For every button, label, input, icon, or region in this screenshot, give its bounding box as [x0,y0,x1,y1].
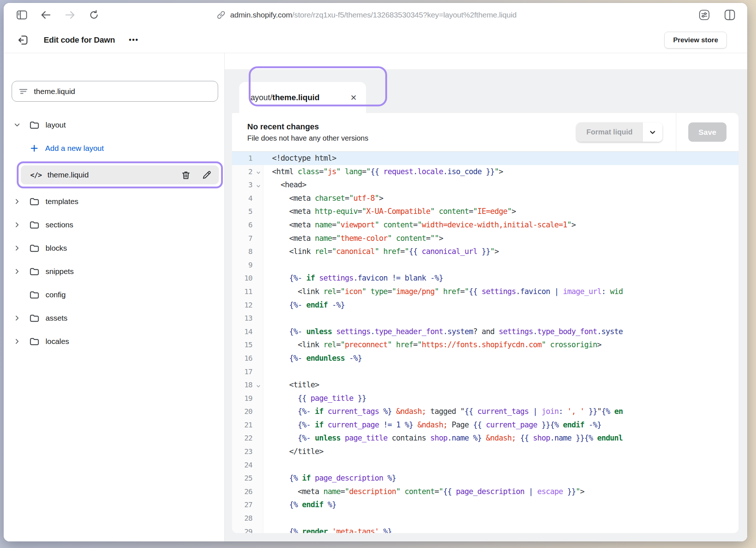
back-button-icon[interactable] [38,7,54,23]
code-line-13[interactable]: 13 [232,312,739,325]
fold-arrow-icon[interactable] [254,378,263,392]
code-text: {{ page_title }} [263,392,366,405]
code-text: {%- if current_tags %} &ndash; tagged "{… [263,405,623,418]
code-line-19[interactable]: 19 {{ page_title }} [232,392,739,405]
folder-icon [29,313,40,324]
folder-icon [29,243,40,254]
format-liquid-label[interactable]: Format liquid [576,122,642,142]
fold-spacer [254,498,263,512]
fold-arrow-icon[interactable] [254,178,263,192]
line-number: 18 [232,378,254,392]
search-input[interactable] [34,87,211,96]
code-line-9[interactable]: 9 [232,258,739,272]
exit-icon[interactable] [16,33,31,47]
code-line-16[interactable]: 16 {%- endunless -%} [232,352,739,365]
code-text: {% render 'meta-tags' %} [263,525,392,533]
fold-spacer [254,418,263,432]
code-line-14[interactable]: 14 {%- unless settings.type_header_font.… [232,325,739,338]
save-button[interactable]: Save [688,122,727,142]
pencil-icon[interactable] [202,170,212,180]
code-line-15[interactable]: 15 <link rel="preconnect" href="https://… [232,338,739,352]
line-number: 27 [232,498,254,512]
code-line-17[interactable]: 17 [232,365,739,379]
code-line-12[interactable]: 12 {%- endif -%} [232,298,739,312]
folder-label: snippets [46,267,74,276]
split-view-icon[interactable] [722,7,738,23]
folder-icon [29,290,40,300]
fold-spacer [254,325,263,338]
chevron-right-icon [13,267,21,275]
sidebar-toggle-icon[interactable] [14,7,30,23]
code-line-11[interactable]: 11 <link rel="icon" type="image/png" hre… [232,285,739,298]
folder-label: templates [46,197,78,206]
add-new-layout-button[interactable]: Add a new layout [4,137,224,160]
sidebar-item-sections[interactable]: sections [4,213,224,236]
format-liquid-button[interactable]: Format liquid [576,122,662,142]
fold-spacer [254,271,263,285]
url-host: admin.shopify.com [230,11,292,19]
fold-spacer [254,152,263,165]
address-bar[interactable]: admin.shopify.com/store/rzq1xu-f5/themes… [216,3,516,27]
file-search-box[interactable] [12,81,218,102]
code-line-28[interactable]: 28 [232,512,739,525]
code-text [263,258,272,272]
sidebar-item-layout[interactable]: layout [4,113,224,137]
more-menu-button[interactable]: ••• [129,36,139,44]
format-dropdown-caret[interactable] [642,122,662,142]
sidebar-item-snippets[interactable]: snippets [4,260,224,283]
code-line-10[interactable]: 10 {%- if settings.favicon != blank -%} [232,271,739,285]
code-line-7[interactable]: 7 <meta name="theme-color" content=""> [232,232,739,245]
sidebar-item-locales[interactable]: locales [4,330,224,353]
page-settings-icon[interactable] [696,7,712,23]
code-line-21[interactable]: 21 {%- if current_page != 1 %} &ndash; P… [232,418,739,432]
code-line-24[interactable]: 24 [232,458,739,472]
line-number: 7 [232,232,254,245]
code-text: <head> [263,178,306,192]
tab-bar: layout/theme.liquid × [225,69,747,113]
line-number: 22 [232,431,254,445]
fold-arrow-icon[interactable] [254,165,263,179]
code-line-18[interactable]: 18 <title> [232,378,739,392]
code-line-22[interactable]: 22 {%- unless page_title contains shop.n… [232,431,739,445]
code-line-4[interactable]: 4 <meta charset="utf-8"> [232,192,739,205]
code-line-26[interactable]: 26 <meta name="description" content="{{ … [232,485,739,498]
sidebar-item-config[interactable]: config [4,283,224,306]
line-number: 15 [232,338,254,352]
sidebar-item-templates[interactable]: templates [4,190,224,213]
line-number: 3 [232,178,254,192]
code-line-6[interactable]: 6 <meta name="viewport" content="width=d… [232,218,739,232]
sidebar-item-blocks[interactable]: blocks [4,236,224,260]
code-text: <meta name="theme-color" content=""> [263,232,443,245]
code-line-2[interactable]: 2<html class="js" lang="{{ request.local… [232,165,739,179]
line-number: 2 [232,165,254,179]
code-line-3[interactable]: 3 <head> [232,178,739,192]
code-text: <html class="js" lang="{{ request.locale… [263,165,503,179]
folder-icon [29,266,40,277]
code-line-25[interactable]: 25 {% if page_description %} [232,471,739,485]
line-number: 16 [232,352,254,365]
code-line-5[interactable]: 5 <meta http-equiv="X-UA-Compatible" con… [232,205,739,218]
folder-label: locales [46,337,69,346]
code-text: <link rel="icon" type="image/png" href="… [263,285,623,298]
code-line-8[interactable]: 8 <link rel="canonical" href="{{ canonic… [232,245,739,258]
code-line-27[interactable]: 27 {% endif %} [232,498,739,512]
code-line-1[interactable]: 1<!doctype html> [232,152,739,165]
reload-icon[interactable] [86,7,102,23]
app-header: Edit code for Dawn ••• Preview store [4,27,747,53]
tab-theme-liquid[interactable]: layout/theme.liquid × [239,82,366,113]
fold-spacer [254,245,263,258]
line-number: 26 [232,485,254,498]
code-line-29[interactable]: 29 {% render 'meta-tags' %} [232,525,739,533]
file-item-theme-liquid[interactable]: </>theme.liquid [21,165,219,184]
preview-store-button[interactable]: Preview store [664,32,727,48]
code-line-23[interactable]: 23 </title> [232,445,739,458]
code-text: {%- endif -%} [263,298,345,312]
code-line-20[interactable]: 20 {%- if current_tags %} &ndash; tagged… [232,405,739,418]
filter-icon [19,87,28,96]
sidebar-item-assets[interactable]: assets [4,306,224,330]
line-number: 13 [232,312,254,325]
code-text [263,458,272,472]
code-editor[interactable]: 1<!doctype html>2<html class="js" lang="… [232,152,739,533]
close-tab-icon[interactable]: × [351,93,357,103]
trash-icon[interactable] [181,170,191,180]
